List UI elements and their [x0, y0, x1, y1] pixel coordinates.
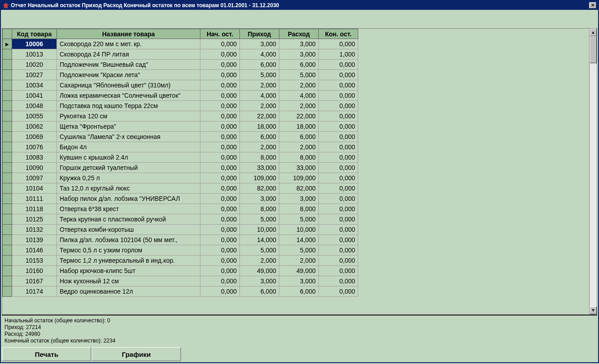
cell-out[interactable]: 8,000: [279, 152, 319, 163]
cell-end[interactable]: 0,000: [319, 91, 358, 101]
row-selector[interactable]: [3, 286, 12, 297]
cell-code[interactable]: 10139: [12, 235, 57, 245]
row-selector[interactable]: [3, 121, 12, 132]
cell-in[interactable]: 4,000: [240, 91, 279, 101]
row-selector[interactable]: [3, 142, 12, 152]
cell-start[interactable]: 0,000: [200, 111, 240, 121]
cell-end[interactable]: 0,000: [319, 142, 358, 152]
cell-out[interactable]: 8,000: [279, 204, 319, 214]
table-row[interactable]: 10062Щетка "Фронтьера"0,00018,00018,0000…: [3, 121, 358, 132]
cell-name[interactable]: Сушилка "Ламела" 2-х секционная: [57, 132, 200, 142]
scroll-down-button[interactable]: ▼: [590, 307, 597, 314]
row-selector[interactable]: [3, 183, 12, 194]
cell-name[interactable]: Терка крупная с пластиковой ручкой: [57, 214, 200, 225]
cell-name[interactable]: Термос 1,2 л универсальный в инд.кор.: [57, 256, 200, 266]
cell-end[interactable]: 0,000: [319, 276, 358, 286]
cell-in[interactable]: 33,000: [240, 163, 279, 173]
cell-out[interactable]: 2,000: [279, 256, 319, 266]
cell-in[interactable]: 14,000: [240, 235, 279, 245]
cell-in[interactable]: 2,000: [240, 256, 279, 266]
cell-out[interactable]: 5,000: [279, 70, 319, 80]
row-selector[interactable]: [3, 266, 12, 276]
row-selector[interactable]: [3, 256, 12, 266]
cell-in[interactable]: 22,000: [240, 111, 279, 121]
row-selector[interactable]: [3, 49, 12, 60]
cell-out[interactable]: 109,000: [279, 173, 319, 183]
cell-out[interactable]: 3,000: [279, 194, 319, 204]
table-row[interactable]: ▶10006Сковорода 220 мм с мет. кр.0,0003,…: [3, 39, 358, 49]
cell-end[interactable]: 0,000: [319, 214, 358, 225]
cell-end[interactable]: 0,000: [319, 286, 358, 297]
table-row[interactable]: 10090Горшок детский туалетный0,00033,000…: [3, 163, 358, 173]
cell-name[interactable]: Подставка под кашпо Терра 22см: [57, 101, 200, 111]
table-row[interactable]: 10153Термос 1,2 л универсальный в инд.ко…: [3, 256, 358, 266]
cell-in[interactable]: 49,000: [240, 266, 279, 276]
cell-code[interactable]: 10076: [12, 142, 57, 152]
cell-start[interactable]: 0,000: [200, 70, 240, 80]
cell-end[interactable]: 0,000: [319, 39, 358, 49]
cell-start[interactable]: 0,000: [200, 80, 240, 91]
cell-code[interactable]: 10090: [12, 163, 57, 173]
cell-end[interactable]: 0,000: [319, 163, 358, 173]
col-header-selector[interactable]: [3, 29, 12, 39]
cell-start[interactable]: 0,000: [200, 214, 240, 225]
cell-out[interactable]: 3,000: [279, 49, 319, 60]
cell-name[interactable]: Набор крючков-клипс 5шт: [57, 266, 200, 276]
cell-start[interactable]: 0,000: [200, 276, 240, 286]
close-button[interactable]: ✕: [589, 2, 596, 9]
cell-name[interactable]: Пилка д/эл. лобзика 102104 (50 мм мет.,: [57, 235, 200, 245]
table-row[interactable]: 10048Подставка под кашпо Терра 22см0,000…: [3, 101, 358, 111]
cell-name[interactable]: Набор пилок д/эл. лобзика "УНИВЕРСАЛ: [57, 194, 200, 204]
cell-out[interactable]: 14,000: [279, 235, 319, 245]
col-header-in[interactable]: Приход: [240, 29, 279, 39]
table-row[interactable]: 10020Подложечник "Вишневый сад"0,0006,00…: [3, 60, 358, 70]
cell-out[interactable]: 6,000: [279, 286, 319, 297]
cell-start[interactable]: 0,000: [200, 173, 240, 183]
cell-code[interactable]: 10041: [12, 91, 57, 101]
row-selector[interactable]: [3, 214, 12, 225]
scroll-thumb[interactable]: [590, 36, 597, 63]
cell-out[interactable]: 49,000: [279, 266, 319, 276]
row-selector[interactable]: [3, 194, 12, 204]
cell-name[interactable]: Ложка керамическая "Солнечный цветок": [57, 91, 200, 101]
cell-name[interactable]: Подложечник "Вишневый сад": [57, 60, 200, 70]
cell-in[interactable]: 5,000: [240, 70, 279, 80]
cell-out[interactable]: 3,000: [279, 276, 319, 286]
cell-start[interactable]: 0,000: [200, 121, 240, 132]
cell-code[interactable]: 10020: [12, 60, 57, 70]
cell-code[interactable]: 10118: [12, 204, 57, 214]
cell-code[interactable]: 10104: [12, 183, 57, 194]
cell-in[interactable]: 2,000: [240, 101, 279, 111]
cell-start[interactable]: 0,000: [200, 256, 240, 266]
cell-code[interactable]: 10006: [12, 39, 57, 49]
cell-name[interactable]: Ведро оцинкованное 12л: [57, 286, 200, 297]
table-row[interactable]: 10132Отвертка комби-коротыш0,00010,00010…: [3, 225, 358, 235]
table-row[interactable]: 10013Сковорода 24 ПР литая0,0004,0003,00…: [3, 49, 358, 60]
cell-in[interactable]: 5,000: [240, 214, 279, 225]
cell-out[interactable]: 2,000: [279, 101, 319, 111]
cell-out[interactable]: 18,000: [279, 121, 319, 132]
table-row[interactable]: 10118Отвертка 6*38 крест0,0008,0008,0000…: [3, 204, 358, 214]
cell-start[interactable]: 0,000: [200, 152, 240, 163]
charts-button[interactable]: Графики: [91, 347, 181, 361]
cell-name[interactable]: Щетка "Фронтьера": [57, 121, 200, 132]
cell-end[interactable]: 0,000: [319, 70, 358, 80]
print-button[interactable]: Печать: [2, 347, 91, 361]
row-selector[interactable]: [3, 152, 12, 163]
cell-end[interactable]: 0,000: [319, 183, 358, 194]
cell-end[interactable]: 0,000: [319, 173, 358, 183]
cell-name[interactable]: Сахарница "Яблоневый цвет" (310мл): [57, 80, 200, 91]
table-row[interactable]: 10076Бидон 4л0,0002,0002,0000,000: [3, 142, 358, 152]
cell-out[interactable]: 5,000: [279, 214, 319, 225]
cell-code[interactable]: 10069: [12, 132, 57, 142]
cell-start[interactable]: 0,000: [200, 225, 240, 235]
table-row[interactable]: 10034Сахарница "Яблоневый цвет" (310мл)0…: [3, 80, 358, 91]
cell-name[interactable]: Кружка 0,25 л: [57, 173, 200, 183]
row-selector[interactable]: [3, 235, 12, 245]
cell-out[interactable]: 6,000: [279, 60, 319, 70]
cell-start[interactable]: 0,000: [200, 49, 240, 60]
cell-name[interactable]: Подложечник "Краски лета": [57, 70, 200, 80]
cell-name[interactable]: Рукоятка 120 см: [57, 111, 200, 121]
scroll-up-button[interactable]: ▲: [590, 29, 597, 36]
cell-start[interactable]: 0,000: [200, 91, 240, 101]
